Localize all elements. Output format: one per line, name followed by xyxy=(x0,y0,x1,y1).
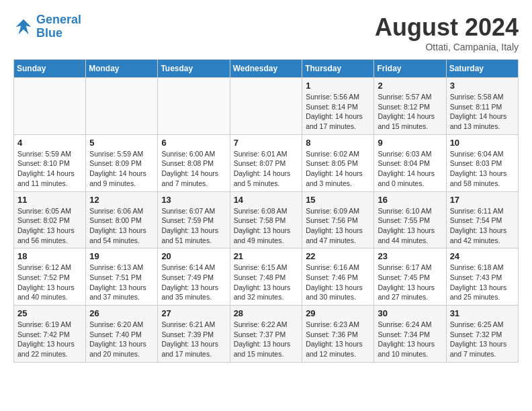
day-info: Sunrise: 6:12 AMSunset: 7:52 PMDaylight:… xyxy=(17,263,82,302)
day-info: Sunrise: 5:58 AMSunset: 8:11 PMDaylight:… xyxy=(450,92,515,132)
table-row: 5Sunrise: 5:59 AMSunset: 8:09 PMDaylight… xyxy=(86,134,158,191)
table-row: 10Sunrise: 6:04 AMSunset: 8:03 PMDayligh… xyxy=(446,134,518,191)
table-row: 26Sunrise: 6:20 AMSunset: 7:40 PMDayligh… xyxy=(86,306,158,363)
day-number: 7 xyxy=(234,138,299,148)
day-info: Sunrise: 5:57 AMSunset: 8:12 PMDaylight:… xyxy=(378,92,442,132)
day-info: Sunrise: 6:25 AMSunset: 7:32 PMDaylight:… xyxy=(450,320,515,359)
day-info: Sunrise: 6:08 AMSunset: 7:58 PMDaylight:… xyxy=(234,206,299,246)
day-number: 28 xyxy=(234,308,299,318)
table-row: 24Sunrise: 6:18 AMSunset: 7:43 PMDayligh… xyxy=(446,248,518,306)
day-info: Sunrise: 6:22 AMSunset: 7:37 PMDaylight:… xyxy=(234,320,299,359)
day-info: Sunrise: 6:07 AMSunset: 7:59 PMDaylight:… xyxy=(161,206,226,246)
day-number: 14 xyxy=(234,195,299,205)
day-number: 9 xyxy=(378,138,442,148)
day-info: Sunrise: 6:19 AMSunset: 7:42 PMDaylight:… xyxy=(17,320,82,359)
table-row: 20Sunrise: 6:14 AMSunset: 7:49 PMDayligh… xyxy=(158,248,230,306)
day-number: 17 xyxy=(450,195,515,205)
table-row: 21Sunrise: 6:15 AMSunset: 7:48 PMDayligh… xyxy=(230,248,302,306)
day-number: 22 xyxy=(306,251,370,261)
day-number: 13 xyxy=(161,195,226,205)
table-row: 23Sunrise: 6:17 AMSunset: 7:45 PMDayligh… xyxy=(374,248,446,306)
day-info: Sunrise: 5:59 AMSunset: 8:10 PMDaylight:… xyxy=(17,149,82,189)
table-row xyxy=(158,78,230,135)
day-number: 6 xyxy=(161,138,226,148)
day-number: 5 xyxy=(89,138,154,148)
day-number: 31 xyxy=(450,308,515,318)
day-info: Sunrise: 6:11 AMSunset: 7:54 PMDaylight:… xyxy=(450,206,515,246)
table-row: 22Sunrise: 6:16 AMSunset: 7:46 PMDayligh… xyxy=(302,248,374,306)
table-row: 18Sunrise: 6:12 AMSunset: 7:52 PMDayligh… xyxy=(14,248,86,306)
table-row: 30Sunrise: 6:24 AMSunset: 7:34 PMDayligh… xyxy=(374,306,446,363)
logo-blue: Blue xyxy=(36,26,62,40)
col-monday: Monday xyxy=(86,60,158,78)
table-row: 7Sunrise: 6:01 AMSunset: 8:07 PMDaylight… xyxy=(230,134,302,191)
day-info: Sunrise: 5:56 AMSunset: 8:14 PMDaylight:… xyxy=(306,92,370,132)
day-number: 16 xyxy=(378,195,442,205)
table-row: 6Sunrise: 6:00 AMSunset: 8:08 PMDaylight… xyxy=(158,134,230,191)
calendar-week-3: 11Sunrise: 6:05 AMSunset: 8:02 PMDayligh… xyxy=(14,191,519,248)
table-row: 2Sunrise: 5:57 AMSunset: 8:12 PMDaylight… xyxy=(374,78,446,135)
day-info: Sunrise: 6:04 AMSunset: 8:03 PMDaylight:… xyxy=(450,149,515,189)
table-row: 3Sunrise: 5:58 AMSunset: 8:11 PMDaylight… xyxy=(446,78,518,135)
day-info: Sunrise: 6:23 AMSunset: 7:36 PMDaylight:… xyxy=(306,320,370,359)
table-row xyxy=(230,78,302,135)
table-row: 8Sunrise: 6:02 AMSunset: 8:05 PMDaylight… xyxy=(302,134,374,191)
day-info: Sunrise: 6:03 AMSunset: 8:04 PMDaylight:… xyxy=(378,149,442,189)
table-row: 19Sunrise: 6:13 AMSunset: 7:51 PMDayligh… xyxy=(86,248,158,306)
table-row: 11Sunrise: 6:05 AMSunset: 8:02 PMDayligh… xyxy=(14,191,86,248)
day-number: 21 xyxy=(234,251,299,261)
table-row: 31Sunrise: 6:25 AMSunset: 7:32 PMDayligh… xyxy=(446,306,518,363)
day-number: 26 xyxy=(89,308,154,318)
table-row: 27Sunrise: 6:21 AMSunset: 7:39 PMDayligh… xyxy=(158,306,230,363)
day-info: Sunrise: 6:09 AMSunset: 7:56 PMDaylight:… xyxy=(306,206,370,246)
col-wednesday: Wednesday xyxy=(230,60,302,78)
calendar-week-5: 25Sunrise: 6:19 AMSunset: 7:42 PMDayligh… xyxy=(14,306,519,363)
day-info: Sunrise: 6:06 AMSunset: 8:00 PMDaylight:… xyxy=(89,206,154,246)
day-info: Sunrise: 6:02 AMSunset: 8:05 PMDaylight:… xyxy=(306,149,370,189)
day-number: 23 xyxy=(378,251,442,261)
table-row: 4Sunrise: 5:59 AMSunset: 8:10 PMDaylight… xyxy=(14,134,86,191)
day-number: 15 xyxy=(306,195,370,205)
table-row: 25Sunrise: 6:19 AMSunset: 7:42 PMDayligh… xyxy=(14,306,86,363)
day-info: Sunrise: 6:05 AMSunset: 8:02 PMDaylight:… xyxy=(17,206,82,246)
day-info: Sunrise: 6:14 AMSunset: 7:49 PMDaylight:… xyxy=(161,263,226,302)
day-number: 4 xyxy=(17,138,82,148)
table-row: 12Sunrise: 6:06 AMSunset: 8:00 PMDayligh… xyxy=(86,191,158,248)
table-row: 14Sunrise: 6:08 AMSunset: 7:58 PMDayligh… xyxy=(230,191,302,248)
table-row: 17Sunrise: 6:11 AMSunset: 7:54 PMDayligh… xyxy=(446,191,518,248)
day-info: Sunrise: 6:21 AMSunset: 7:39 PMDaylight:… xyxy=(161,320,226,359)
col-sunday: Sunday xyxy=(14,60,86,78)
day-number: 20 xyxy=(161,251,226,261)
table-row: 28Sunrise: 6:22 AMSunset: 7:37 PMDayligh… xyxy=(230,306,302,363)
table-row: 16Sunrise: 6:10 AMSunset: 7:55 PMDayligh… xyxy=(374,191,446,248)
day-info: Sunrise: 6:16 AMSunset: 7:46 PMDaylight:… xyxy=(306,263,370,302)
table-row xyxy=(14,78,86,135)
day-info: Sunrise: 6:17 AMSunset: 7:45 PMDaylight:… xyxy=(378,263,442,302)
day-number: 25 xyxy=(17,308,82,318)
col-friday: Friday xyxy=(374,60,446,78)
col-thursday: Thursday xyxy=(302,60,374,78)
day-info: Sunrise: 5:59 AMSunset: 8:09 PMDaylight:… xyxy=(89,149,154,189)
logo: General Blue xyxy=(13,13,81,40)
day-number: 12 xyxy=(89,195,154,205)
col-saturday: Saturday xyxy=(446,60,518,78)
day-info: Sunrise: 6:00 AMSunset: 8:08 PMDaylight:… xyxy=(161,149,226,189)
day-number: 27 xyxy=(161,308,226,318)
day-number: 19 xyxy=(89,251,154,261)
day-number: 2 xyxy=(378,81,442,91)
table-row: 13Sunrise: 6:07 AMSunset: 7:59 PMDayligh… xyxy=(158,191,230,248)
day-number: 24 xyxy=(450,251,515,261)
table-row: 15Sunrise: 6:09 AMSunset: 7:56 PMDayligh… xyxy=(302,191,374,248)
day-info: Sunrise: 6:10 AMSunset: 7:55 PMDaylight:… xyxy=(378,206,442,246)
location-subtitle: Ottati, Campania, Italy xyxy=(375,42,519,52)
logo-icon xyxy=(13,17,34,37)
table-row xyxy=(86,78,158,135)
table-row: 29Sunrise: 6:23 AMSunset: 7:36 PMDayligh… xyxy=(302,306,374,363)
day-number: 30 xyxy=(378,308,442,318)
day-number: 10 xyxy=(450,138,515,148)
day-number: 1 xyxy=(306,81,370,91)
logo-general: General xyxy=(36,13,81,26)
calendar-header-row: Sunday Monday Tuesday Wednesday Thursday… xyxy=(14,60,519,78)
col-tuesday: Tuesday xyxy=(158,60,230,78)
day-number: 8 xyxy=(306,138,370,148)
